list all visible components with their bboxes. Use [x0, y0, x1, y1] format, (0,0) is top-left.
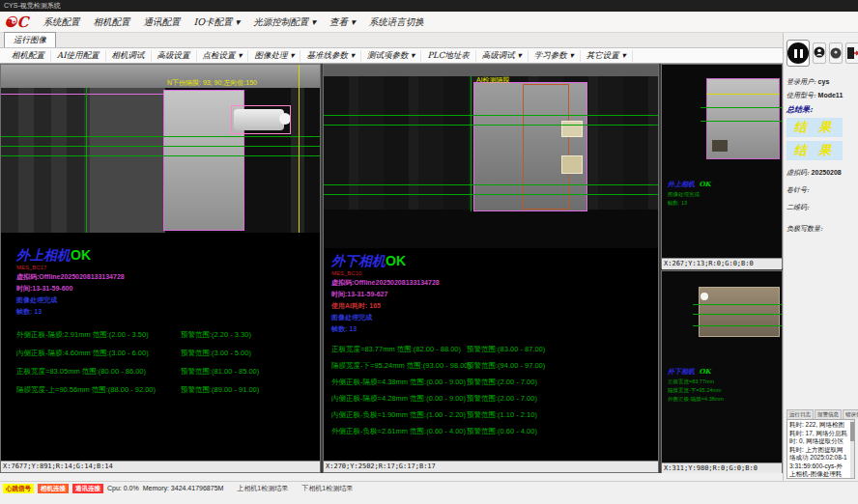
measurement-warn-range: 预警范围:(81.00 - 85.00): [181, 362, 259, 380]
menu-item[interactable]: 通讯配置: [136, 13, 186, 32]
upper-camera-image[interactable]: N下份隔膜: 93; 90;左向值:150: [1, 65, 320, 233]
toolbar-item[interactable]: 相机配置: [6, 50, 51, 62]
magenta-ref-line: [1, 94, 163, 95]
login-user-row: 登录用户: cys: [786, 75, 855, 89]
baseline-green-2: [1, 146, 320, 147]
machine-bottom-shadow: [324, 210, 658, 248]
baseline-green-vertical: [471, 76, 472, 211]
camera-connect-badge: 相机连接: [38, 484, 69, 493]
toolbar-item[interactable]: 基准线参数 ▾: [300, 50, 360, 62]
toolbar-item[interactable]: 高级调试 ▾: [476, 50, 529, 62]
operator-button[interactable]: [829, 42, 843, 64]
barcode-line: 虚拟码:Offline20250208133134728: [331, 277, 658, 289]
baseline-green-1: [1, 136, 320, 137]
menu-item[interactable]: 系统配置: [36, 13, 86, 32]
menu-item[interactable]: 系统语言切换: [362, 13, 431, 32]
coordinate-bar: X:270;Y:2502;R:17;G:17;B:17: [324, 461, 658, 472]
tab-run-image[interactable]: 运行图像: [4, 32, 56, 47]
measurement-warn-range: 预警范围:(0.60 - 4.00): [467, 423, 537, 439]
login-user-button[interactable]: [813, 42, 826, 64]
thumb-overlay-lines: 正极宽度=83.77mm隔膜宽度-下=95.24mm外侧正极-隔膜=4.38mm: [668, 378, 724, 404]
result-ok-badge: OK: [386, 253, 406, 268]
memory-usage: Memory: 3424.41796875M: [143, 485, 224, 491]
window-title: CYS-视觉检测系统: [4, 2, 61, 9]
measurement-warn-range: 预警范围:(2.20 - 3.30): [181, 325, 251, 344]
measurement-warn-range: 预警范围:(83.00 - 87.00): [467, 341, 545, 357]
panel-spacer: [786, 236, 855, 409]
baseline-green-2: [701, 121, 782, 122]
exit-door-icon: [846, 46, 858, 60]
menu-item[interactable]: 查看 ▾: [323, 13, 362, 32]
login-user-label: 登录用户:: [786, 78, 815, 86]
toolbar-item[interactable]: 相机调试: [106, 50, 152, 62]
frame-count-line: 帧数: 13: [331, 323, 658, 335]
yellow-ref-line: [299, 65, 300, 233]
baseline-green-1: [701, 107, 782, 108]
log-tab[interactable]: 报警信息: [815, 409, 842, 419]
measurement-value: 外侧正极-隔膜=4.38mm 范围:(0.00 - 9.00): [331, 374, 467, 390]
virtual-code-label: 虚拟码:: [786, 169, 809, 177]
heartbeat-badge: 心跳信号: [3, 484, 34, 493]
menu-item[interactable]: IO卡配置 ▾: [186, 13, 246, 32]
right-panel: 登录用户: cys 使用型号: Mode11 总结果: 结 果 结 果 虚拟码:…: [783, 33, 858, 481]
measurement-row: 外侧正极-隔膜=4.38mm 范围:(0.00 - 9.00) 预警范围:(2.…: [331, 374, 658, 390]
thumb-overlay-lines: 图像处理完成帧数: 13: [668, 190, 711, 208]
thumb-lower-image[interactable]: 外下相机 OK 正极宽度=83.77mm隔膜宽度-下=95.24mm外侧正极-隔…: [662, 271, 782, 462]
camera-title: 外上相机: [16, 247, 71, 263]
measurement-warn-range: 预警范围:(1.10 - 2.10): [467, 406, 537, 423]
view-lower-camera: AI检测隔膜 外下相机OK MES_BC10 虚拟码:Offline202502…: [323, 64, 659, 473]
content-row: 运行图像 相机配置 AI使用配置 相机调试 高级设置 点检设置 ▾ 图像处理 ▾…: [0, 33, 858, 481]
bright-tab-1: [561, 121, 583, 137]
exit-button[interactable]: [845, 42, 858, 64]
coordinate-bar: X:267;Y:13;R:0;G:0;B:0: [662, 258, 782, 269]
result-box-lower: 结 果: [786, 141, 843, 160]
toolbar-item[interactable]: AI使用配置: [51, 50, 106, 62]
user-icon: [814, 46, 825, 60]
coordinate-bar: X:7677;Y:891;R:14;G:14;B:14: [1, 461, 320, 472]
main-column: 运行图像 相机配置 AI使用配置 相机调试 高级设置 点检设置 ▾ 图像处理 ▾…: [0, 33, 783, 481]
thumb-result: OK: [699, 180, 710, 188]
toolbar-item[interactable]: 高级设置: [152, 50, 197, 62]
log-text-area[interactable]: 耗时: 222, 网络检图耗时: 17, 网络分息耗时: 0, 网络提取分区耗时…: [786, 419, 855, 479]
pause-button[interactable]: [786, 40, 810, 67]
measurement-warn-range: 预警范围:(2.00 - 7.00): [467, 390, 537, 406]
mes-sub-label: MES_BC10: [331, 269, 658, 277]
baseline-green-3: [1, 155, 320, 156]
log-scrollbar-thumb[interactable]: [850, 422, 854, 441]
toolbar-item[interactable]: 测试项参数 ▾: [361, 50, 421, 62]
result-box-upper: 结 果: [786, 118, 843, 137]
pause-icon: [787, 42, 809, 64]
measurement-row: 内侧正极-隔膜:4.60mm 范围:(3.00 - 6.00) 预警范围:(3.…: [16, 344, 320, 362]
tool-bar: 相机配置 AI使用配置 相机调试 高级设置 点检设置 ▾ 图像处理 ▾ 基准线参…: [0, 48, 783, 64]
toolbar-item[interactable]: 图像处理 ▾: [248, 50, 300, 62]
menu-item[interactable]: 光源控制配置 ▾: [246, 13, 323, 32]
toolbar-item[interactable]: 点检设置 ▾: [197, 50, 249, 62]
log-tab[interactable]: 错误信息: [843, 409, 858, 419]
measurement-value: 隔膜宽度-下=95.24mm 范围:(93.00 - 98.00): [331, 357, 467, 374]
upper-camera-overlay: 外上相机OK MES_BC17 虚拟码:Offline2025020813313…: [1, 233, 320, 461]
virtual-code-row: 虚拟码: 20250208: [786, 166, 855, 180]
menu-item[interactable]: 相机配置: [86, 13, 136, 32]
measurement-row: 隔膜宽度-下=95.24mm 范围:(93.00 - 98.00) 预警范围:(…: [331, 357, 658, 374]
measurement-warn-range: 预警范围:(3.00 - 5.00): [181, 344, 251, 362]
bright-spot: [701, 293, 708, 300]
camera-title: 外下相机: [331, 253, 386, 268]
menu-bar: ☯C 系统配置 相机配置 通讯配置 IO卡配置 ▾ 光源控制配置 ▾ 查看 ▾ …: [0, 12, 858, 33]
baseline-green-1: [324, 115, 658, 116]
measurement-value: 外侧正极-负极=2.61mm 范围:(0.60 - 4.00): [331, 423, 467, 439]
log-scrollbar[interactable]: [850, 420, 854, 478]
thumb-upper-image[interactable]: 外上相机 OK 图像处理完成帧数: 13: [662, 65, 782, 258]
measurement-row: 外侧正极-隔膜:2.91mm 范围:(2.00 - 3.50) 预警范围:(2.…: [16, 325, 320, 344]
thumb-overlay-line: 隔膜宽度-下=95.24mm: [668, 386, 724, 395]
toolbar-item[interactable]: 学习参数 ▾: [529, 50, 581, 62]
toolbar-item[interactable]: 其它设置 ▾: [581, 50, 633, 62]
camera-views: N下份隔膜: 93; 90;左向值:150 外上相机OK MES_BC17 虚拟…: [0, 64, 783, 473]
result-ok-badge: OK: [71, 247, 91, 263]
baseline-green-1: [693, 304, 782, 305]
toolbar-item[interactable]: PLC地址表: [421, 50, 475, 62]
measurement-row: 正极宽度=83.77mm 范围:(82.00 - 88.00) 预警范围:(83…: [331, 341, 658, 357]
image-annotation: AI检测隔膜: [476, 75, 510, 85]
login-user-value: cys: [818, 78, 830, 85]
log-tab[interactable]: 运行日志: [786, 409, 814, 419]
lower-camera-image[interactable]: AI检测隔膜: [324, 65, 658, 248]
